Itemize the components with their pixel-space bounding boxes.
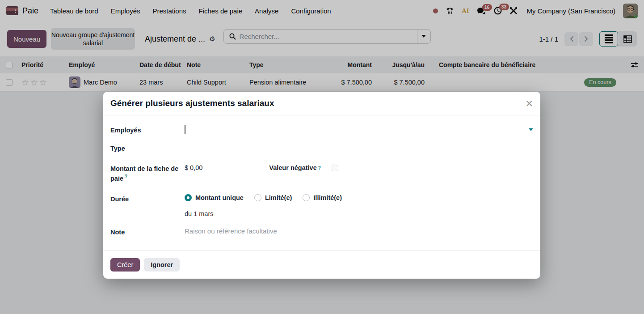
duration-radio-group: Montant unique Limité(e) Illimité(e) [185,194,533,201]
close-icon[interactable]: ✕ [525,99,533,108]
duration-field-row: Durée Montant unique Limité(e) Illimité(… [110,194,533,204]
date-prefix: du [185,210,192,217]
dialog-header: Générer plusieurs ajustements salariaux … [103,92,540,115]
employees-input[interactable] [185,125,533,134]
duration-label: Durée [110,194,185,204]
amount-input[interactable]: $ 0,00 [185,164,202,171]
start-date-input[interactable]: 1 mars [194,210,213,217]
type-field-row: Type [110,144,533,153]
radio-one-time[interactable]: Montant unique [185,194,244,201]
negative-value-checkbox[interactable] [332,165,338,171]
amount-label: Montant de la fiche de paie [110,165,178,182]
employees-label: Employés [110,125,185,135]
radio-unlimited[interactable]: Illimité(e) [303,194,342,201]
date-field-row: du 1 mars [110,210,533,217]
negative-value-group: Valeur négative? [269,164,338,171]
radio-unselected-icon [254,194,261,201]
note-field-row: Note [110,227,533,237]
radio-limited[interactable]: Limité(e) [254,194,292,201]
negative-help-icon[interactable]: ? [318,165,321,170]
radio-unselected-icon [303,194,310,201]
negative-value-label: Valeur négative [269,164,316,171]
note-label: Note [110,227,185,237]
employees-field-row: Employés [110,125,533,135]
dialog-body: Employés Type Montant de la fiche de pai… [103,115,540,250]
amount-help-icon[interactable]: ? [125,174,127,179]
note-input[interactable] [185,227,533,235]
radio-selected-icon [185,194,192,201]
amount-label-wrap: Montant de la fiche de paie? [110,164,185,183]
discard-button[interactable]: Ignorer [144,258,180,272]
amount-field-row: Montant de la fiche de paie? $ 0,00 Vale… [110,164,533,183]
dialog-title: Générer plusieurs ajustements salariaux [110,98,274,108]
dialog-footer: Créer Ignorer [103,250,540,279]
generate-adjustments-dialog: Générer plusieurs ajustements salariaux … [103,92,540,279]
create-button[interactable]: Créer [110,258,140,272]
text-cursor [185,125,185,134]
type-label: Type [110,144,185,153]
employees-dropdown-caret-icon[interactable] [529,128,533,131]
